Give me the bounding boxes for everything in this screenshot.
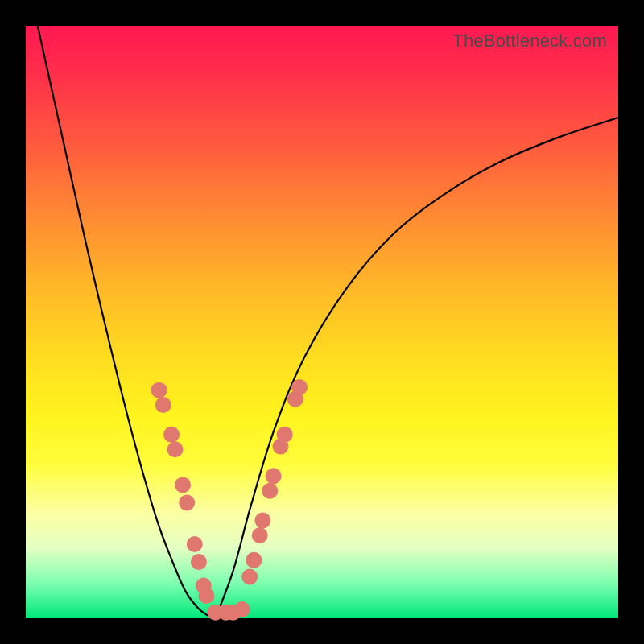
- marker-dot: [262, 483, 278, 499]
- marker-dot: [191, 554, 207, 570]
- marker-dot: [151, 382, 167, 398]
- marker-dot: [187, 536, 203, 552]
- marker-dot: [266, 468, 282, 484]
- marker-dot: [167, 441, 183, 457]
- chart-frame: TheBottleneck.com: [0, 0, 644, 644]
- marker-dot: [198, 588, 214, 604]
- plot-area: TheBottleneck.com: [26, 26, 618, 618]
- chart-svg: [26, 26, 618, 618]
- marker-dot: [291, 379, 308, 395]
- marker-dot: [277, 427, 293, 443]
- left-curve: [38, 26, 216, 618]
- marker-dot: [163, 427, 180, 443]
- marker-dot: [179, 494, 195, 510]
- right-curve: [216, 118, 618, 618]
- marker-dot: [252, 527, 268, 543]
- marker-dot: [175, 477, 191, 493]
- marker-dot: [234, 601, 250, 617]
- marker-dot: [155, 397, 171, 413]
- marker-dot: [254, 513, 270, 529]
- marker-dot: [246, 552, 262, 568]
- marker-dot: [242, 568, 258, 584]
